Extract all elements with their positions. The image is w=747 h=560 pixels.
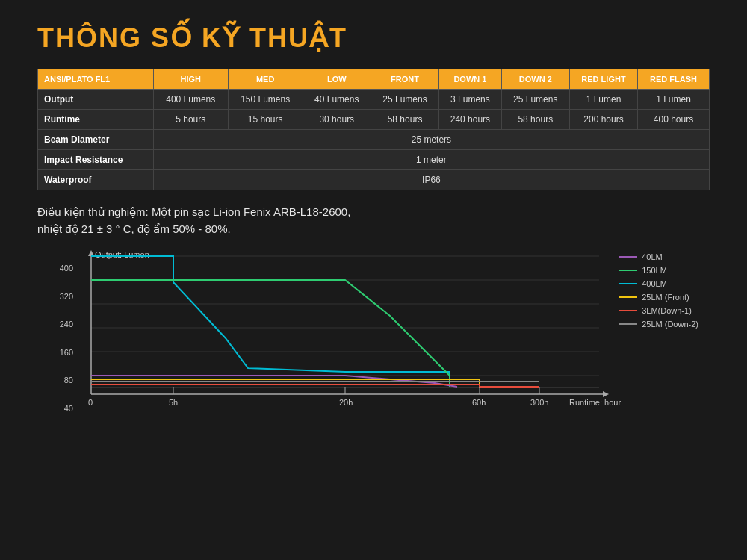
cell-output-down1: 3 Lumens	[439, 90, 501, 110]
legend-line-25lm-front	[619, 296, 637, 298]
cell-output-front: 25 Lumens	[371, 90, 438, 110]
col-header-redlight: RED LIGHT	[569, 69, 637, 90]
svg-text:Runtime: hour: Runtime: hour	[569, 398, 621, 407]
cell-runtime-redlight: 200 hours	[569, 110, 637, 130]
col-header-low: LOW	[303, 69, 371, 90]
cell-waterproof: IP66	[153, 170, 709, 190]
cell-output-med: 150 Lumens	[228, 90, 303, 110]
table-row: Impact Resistance 1 meter	[38, 150, 710, 170]
svg-text:300h: 300h	[530, 398, 548, 407]
chart-svg: Output: Lumen 0 5h 20h 60h 300h	[76, 249, 622, 413]
table-row: Runtime 5 hours 15 hours 30 hours 58 hou…	[38, 110, 710, 130]
specs-table: ANSI/PLATO FL1 HIGH MED LOW FRONT DOWN 1…	[37, 69, 710, 190]
col-header-high: HIGH	[153, 69, 228, 90]
col-header-med: MED	[228, 69, 303, 90]
row-label-runtime: Runtime	[38, 110, 154, 130]
cell-output-high: 400 Lumens	[153, 90, 228, 110]
cell-output-down2: 25 Lumens	[501, 90, 569, 110]
y-label-400: 400	[52, 264, 73, 273]
y-label-160: 160	[52, 348, 73, 357]
svg-text:Output: Lumen: Output: Lumen	[95, 250, 149, 259]
table-header-row: ANSI/PLATO FL1 HIGH MED LOW FRONT DOWN 1…	[38, 69, 710, 90]
chart-legend: 40LM 150LM 400LM 25LM (Front) 3LM(Down-1…	[619, 252, 698, 329]
table-row: Output 400 Lumens 150 Lumens 40 Lumens 2…	[38, 90, 710, 110]
col-header-front: FRONT	[371, 69, 438, 90]
legend-label-25lm-down2: 25LM (Down-2)	[642, 320, 698, 329]
y-axis-labels: 400 320 240 160 80 40	[52, 264, 73, 413]
svg-text:5h: 5h	[169, 398, 178, 407]
col-header-down2: DOWN 2	[501, 69, 569, 90]
col-header-ansi: ANSI/PLATO FL1	[38, 69, 154, 90]
cell-output-redflash: 1 Lumen	[638, 90, 710, 110]
row-label-output: Output	[38, 90, 154, 110]
svg-marker-10	[603, 391, 609, 397]
legend-150lm: 150LM	[619, 266, 698, 275]
legend-line-3lm-down1	[619, 310, 637, 311]
legend-label-150lm: 150LM	[642, 266, 667, 275]
legend-label-25lm-front: 25LM (Front)	[642, 293, 689, 302]
svg-text:0: 0	[88, 398, 93, 407]
cell-runtime-med: 15 hours	[228, 110, 303, 130]
legend-25lm-front: 25LM (Front)	[619, 293, 698, 302]
table-row: Beam Diameter 25 meters	[38, 130, 710, 150]
cell-runtime-front: 58 hours	[371, 110, 438, 130]
chart-area: 400 320 240 160 80 40 Output: Lumen	[37, 249, 710, 435]
cell-impactresistance: 1 meter	[153, 150, 709, 170]
main-container: THÔNG SỐ KỸ THUẬT ANSI/PLATO FL1 HIGH ME…	[0, 0, 747, 450]
cell-runtime-down2: 58 hours	[501, 110, 569, 130]
cell-runtime-down1: 240 hours	[439, 110, 501, 130]
col-header-redflash: RED FLASH	[638, 69, 710, 90]
legend-25lm-down2: 25LM (Down-2)	[619, 320, 698, 329]
legend-line-25lm-down2	[619, 323, 637, 325]
col-header-down1: DOWN 1	[439, 69, 501, 90]
svg-marker-9	[88, 250, 94, 256]
legend-label-40lm: 40LM	[642, 252, 663, 261]
legend-label-400lm: 400LM	[642, 279, 667, 288]
legend-line-40lm	[619, 256, 637, 258]
cell-runtime-low: 30 hours	[303, 110, 371, 130]
legend-label-3lm-down1: 3LM(Down-1)	[642, 306, 692, 315]
legend-3lm-down1: 3LM(Down-1)	[619, 306, 698, 315]
y-label-320: 320	[52, 292, 73, 301]
row-label-waterproof: Waterproof	[38, 170, 154, 190]
cell-output-low: 40 Lumens	[303, 90, 371, 110]
y-label-80: 80	[52, 376, 73, 385]
page-title: THÔNG SỐ KỸ THUẬT	[37, 22, 710, 54]
cell-output-redlight: 1 Lumen	[569, 90, 637, 110]
test-note: Điều kiện thử nghiệm: Một pin sạc Li-ion…	[37, 204, 710, 237]
table-row: Waterproof IP66	[38, 170, 710, 190]
row-label-impactresistance: Impact Resistance	[38, 150, 154, 170]
cell-beamdiameter: 25 meters	[153, 130, 709, 150]
legend-400lm: 400LM	[619, 279, 698, 288]
y-label-40: 40	[52, 404, 73, 413]
row-label-beamdiameter: Beam Diameter	[38, 130, 154, 150]
svg-text:20h: 20h	[339, 398, 353, 407]
y-label-240: 240	[52, 320, 73, 329]
cell-runtime-redflash: 400 hours	[638, 110, 710, 130]
svg-text:60h: 60h	[472, 398, 486, 407]
cell-runtime-high: 5 hours	[153, 110, 228, 130]
legend-40lm: 40LM	[619, 252, 698, 261]
legend-line-150lm	[619, 270, 637, 271]
legend-line-400lm	[619, 283, 637, 284]
